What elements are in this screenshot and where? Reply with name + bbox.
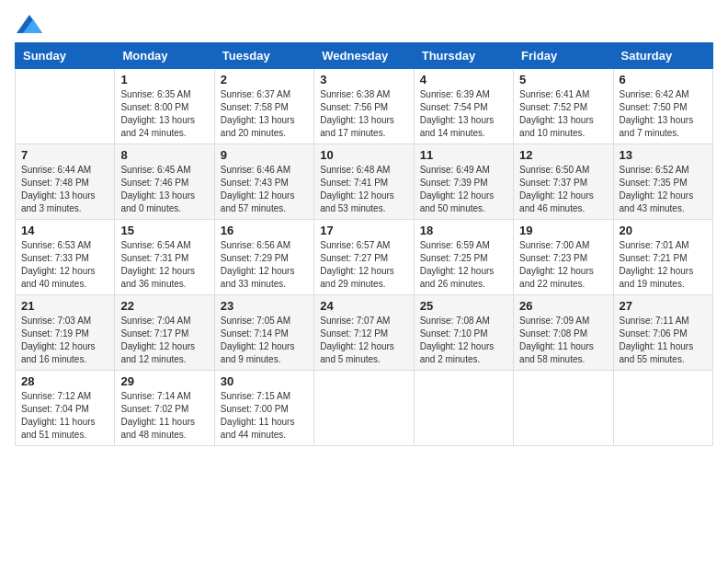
calendar-day-cell: 2Sunrise: 6:37 AMSunset: 7:58 PMDaylight…: [214, 69, 313, 144]
day-number: 30: [221, 374, 308, 388]
day-number: 27: [620, 299, 707, 313]
day-number: 9: [221, 148, 308, 162]
calendar-day-cell: 21Sunrise: 7:03 AMSunset: 7:19 PMDayligh…: [16, 295, 115, 371]
day-info: Sunrise: 7:11 AMSunset: 7:06 PMDaylight:…: [620, 315, 707, 366]
calendar-day-cell: 28Sunrise: 7:12 AMSunset: 7:04 PMDayligh…: [16, 371, 115, 446]
day-number: 10: [320, 148, 407, 162]
day-info: Sunrise: 6:42 AMSunset: 7:50 PMDaylight:…: [620, 88, 707, 140]
calendar-empty-cell: [514, 371, 613, 446]
calendar-day-cell: 18Sunrise: 6:59 AMSunset: 7:25 PMDayligh…: [414, 220, 513, 295]
day-info: Sunrise: 7:08 AMSunset: 7:10 PMDaylight:…: [420, 315, 507, 366]
day-number: 23: [221, 299, 308, 313]
calendar-day-cell: 25Sunrise: 7:08 AMSunset: 7:10 PMDayligh…: [414, 295, 513, 371]
logo-icon: [17, 15, 42, 33]
calendar-day-cell: 5Sunrise: 6:41 AMSunset: 7:52 PMDaylight…: [514, 69, 613, 144]
calendar-day-cell: 16Sunrise: 6:56 AMSunset: 7:29 PMDayligh…: [214, 220, 313, 295]
day-info: Sunrise: 7:04 AMSunset: 7:17 PMDaylight:…: [120, 315, 208, 366]
weekday-header-sunday: Sunday: [16, 43, 115, 69]
calendar-day-cell: 11Sunrise: 6:49 AMSunset: 7:39 PMDayligh…: [414, 144, 513, 220]
day-info: Sunrise: 6:49 AMSunset: 7:39 PMDaylight:…: [420, 164, 507, 215]
calendar-day-cell: 8Sunrise: 6:45 AMSunset: 7:46 PMDaylight…: [115, 144, 214, 220]
day-info: Sunrise: 7:15 AMSunset: 7:00 PMDaylight:…: [221, 390, 308, 442]
day-info: Sunrise: 6:48 AMSunset: 7:41 PMDaylight:…: [320, 164, 407, 215]
day-number: 16: [221, 224, 308, 237]
calendar-day-cell: 19Sunrise: 7:00 AMSunset: 7:23 PMDayligh…: [514, 220, 613, 295]
day-info: Sunrise: 7:05 AMSunset: 7:14 PMDaylight:…: [221, 315, 308, 366]
calendar-day-cell: 10Sunrise: 6:48 AMSunset: 7:41 PMDayligh…: [314, 144, 414, 220]
day-info: Sunrise: 6:59 AMSunset: 7:25 PMDaylight:…: [420, 239, 507, 291]
calendar-week-row: 7Sunrise: 6:44 AMSunset: 7:48 PMDaylight…: [16, 144, 713, 220]
day-info: Sunrise: 6:57 AMSunset: 7:27 PMDaylight:…: [320, 239, 407, 291]
calendar-day-cell: 23Sunrise: 7:05 AMSunset: 7:14 PMDayligh…: [214, 295, 313, 371]
day-number: 17: [320, 224, 407, 237]
calendar-day-cell: 3Sunrise: 6:38 AMSunset: 7:56 PMDaylight…: [314, 69, 414, 144]
day-info: Sunrise: 7:07 AMSunset: 7:12 PMDaylight:…: [320, 315, 407, 366]
calendar-day-cell: 17Sunrise: 6:57 AMSunset: 7:27 PMDayligh…: [314, 220, 414, 295]
calendar-day-cell: 20Sunrise: 7:01 AMSunset: 7:21 PMDayligh…: [613, 220, 712, 295]
calendar-header-row: SundayMondayTuesdayWednesdayThursdayFrid…: [16, 43, 713, 69]
day-number: 18: [420, 224, 507, 237]
calendar-day-cell: 12Sunrise: 6:50 AMSunset: 7:37 PMDayligh…: [514, 144, 613, 220]
calendar-day-cell: 9Sunrise: 6:46 AMSunset: 7:43 PMDaylight…: [214, 144, 313, 220]
day-number: 25: [420, 299, 507, 313]
calendar-day-cell: 13Sunrise: 6:52 AMSunset: 7:35 PMDayligh…: [613, 144, 712, 220]
day-number: 8: [120, 148, 208, 162]
day-number: 7: [21, 148, 108, 162]
weekday-header-saturday: Saturday: [613, 43, 712, 69]
calendar-day-cell: 30Sunrise: 7:15 AMSunset: 7:00 PMDayligh…: [214, 371, 313, 446]
calendar-day-cell: 27Sunrise: 7:11 AMSunset: 7:06 PMDayligh…: [613, 295, 712, 371]
day-number: 21: [21, 299, 108, 313]
day-info: Sunrise: 7:09 AMSunset: 7:08 PMDaylight:…: [519, 315, 607, 366]
day-number: 14: [21, 224, 108, 237]
day-info: Sunrise: 6:54 AMSunset: 7:31 PMDaylight:…: [120, 239, 208, 291]
weekday-header-thursday: Thursday: [414, 43, 513, 69]
calendar-day-cell: 14Sunrise: 6:53 AMSunset: 7:33 PMDayligh…: [16, 220, 115, 295]
day-info: Sunrise: 6:46 AMSunset: 7:43 PMDaylight:…: [221, 164, 308, 215]
day-number: 13: [620, 148, 707, 162]
day-number: 29: [120, 374, 208, 388]
calendar-day-cell: 29Sunrise: 7:14 AMSunset: 7:02 PMDayligh…: [115, 371, 214, 446]
calendar-week-row: 21Sunrise: 7:03 AMSunset: 7:19 PMDayligh…: [16, 295, 713, 371]
calendar-empty-cell: [414, 371, 513, 446]
calendar-empty-cell: [314, 371, 414, 446]
day-info: Sunrise: 7:03 AMSunset: 7:19 PMDaylight:…: [21, 315, 108, 366]
day-number: 12: [519, 148, 607, 162]
day-info: Sunrise: 7:12 AMSunset: 7:04 PMDaylight:…: [21, 390, 108, 442]
calendar-day-cell: 1Sunrise: 6:35 AMSunset: 8:00 PMDaylight…: [115, 69, 214, 144]
calendar-day-cell: 22Sunrise: 7:04 AMSunset: 7:17 PMDayligh…: [115, 295, 214, 371]
calendar-day-cell: 24Sunrise: 7:07 AMSunset: 7:12 PMDayligh…: [314, 295, 414, 371]
day-number: 15: [120, 224, 208, 237]
day-info: Sunrise: 6:45 AMSunset: 7:46 PMDaylight:…: [120, 164, 208, 215]
calendar-week-row: 1Sunrise: 6:35 AMSunset: 8:00 PMDaylight…: [16, 69, 713, 144]
logo: [15, 15, 42, 33]
calendar-day-cell: 6Sunrise: 6:42 AMSunset: 7:50 PMDaylight…: [613, 69, 712, 144]
calendar-table: SundayMondayTuesdayWednesdayThursdayFrid…: [15, 42, 713, 446]
day-info: Sunrise: 6:52 AMSunset: 7:35 PMDaylight:…: [620, 164, 707, 215]
day-info: Sunrise: 7:14 AMSunset: 7:02 PMDaylight:…: [120, 390, 208, 442]
day-number: 20: [620, 224, 707, 237]
day-number: 2: [221, 73, 308, 86]
day-number: 28: [21, 374, 108, 388]
weekday-header-tuesday: Tuesday: [214, 43, 313, 69]
calendar-empty-cell: [613, 371, 712, 446]
calendar-week-row: 28Sunrise: 7:12 AMSunset: 7:04 PMDayligh…: [16, 371, 713, 446]
day-info: Sunrise: 6:56 AMSunset: 7:29 PMDaylight:…: [221, 239, 308, 291]
calendar-day-cell: 26Sunrise: 7:09 AMSunset: 7:08 PMDayligh…: [514, 295, 613, 371]
calendar-day-cell: 4Sunrise: 6:39 AMSunset: 7:54 PMDaylight…: [414, 69, 513, 144]
day-info: Sunrise: 6:39 AMSunset: 7:54 PMDaylight:…: [420, 88, 507, 140]
weekday-header-monday: Monday: [115, 43, 214, 69]
day-info: Sunrise: 6:37 AMSunset: 7:58 PMDaylight:…: [221, 88, 308, 140]
day-info: Sunrise: 7:00 AMSunset: 7:23 PMDaylight:…: [519, 239, 607, 291]
day-info: Sunrise: 7:01 AMSunset: 7:21 PMDaylight:…: [620, 239, 707, 291]
day-info: Sunrise: 6:38 AMSunset: 7:56 PMDaylight:…: [320, 88, 407, 140]
day-info: Sunrise: 6:50 AMSunset: 7:37 PMDaylight:…: [519, 164, 607, 215]
day-number: 19: [519, 224, 607, 237]
day-number: 6: [620, 73, 707, 86]
day-info: Sunrise: 6:41 AMSunset: 7:52 PMDaylight:…: [519, 88, 607, 140]
weekday-header-friday: Friday: [514, 43, 613, 69]
day-number: 5: [519, 73, 607, 86]
day-info: Sunrise: 6:44 AMSunset: 7:48 PMDaylight:…: [21, 164, 108, 215]
page-header: [15, 15, 713, 33]
calendar-day-cell: 15Sunrise: 6:54 AMSunset: 7:31 PMDayligh…: [115, 220, 214, 295]
day-number: 4: [420, 73, 507, 86]
